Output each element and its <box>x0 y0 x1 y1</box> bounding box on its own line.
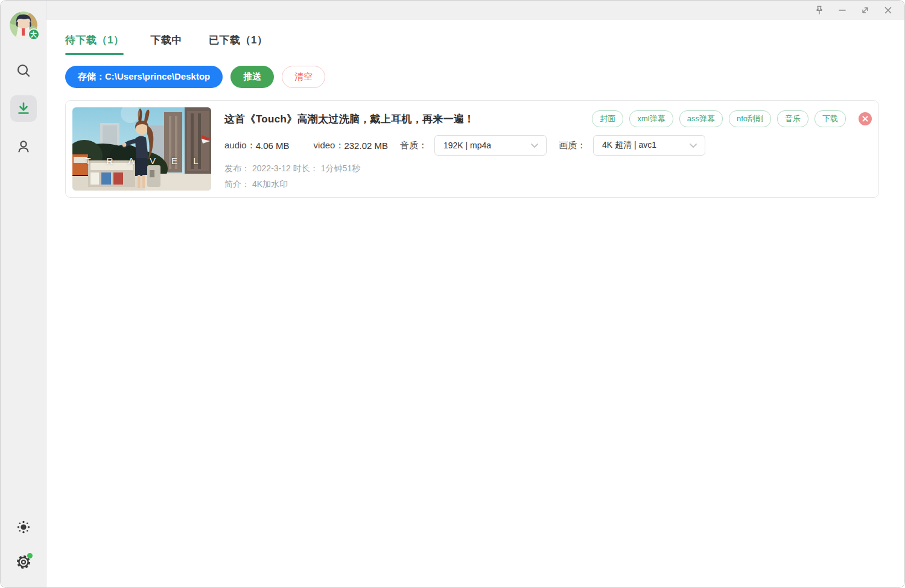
download-icon <box>16 101 31 116</box>
thumbnail-overlay-text: T R A V E L <box>72 156 211 166</box>
tag-xml-danmaku[interactable]: xml弹幕 <box>629 110 673 127</box>
sidebar-item-downloads[interactable] <box>10 95 37 122</box>
titlebar <box>46 1 904 20</box>
theme-toggle[interactable] <box>10 514 37 540</box>
sidebar-item-account[interactable] <box>10 133 37 160</box>
sun-icon <box>16 519 31 535</box>
close-window-button[interactable] <box>877 2 900 19</box>
pin-icon <box>814 5 825 16</box>
chevron-down-icon <box>689 143 697 148</box>
clear-button[interactable]: 清空 <box>282 66 325 88</box>
audio-size-value: 4.06 MB <box>256 141 290 151</box>
pin-window-button[interactable] <box>808 2 831 19</box>
audio-quality-selected: 192K | mp4a <box>443 141 530 150</box>
video-thumbnail[interactable]: T R A V E L <box>72 107 211 191</box>
tab-downloading[interactable]: 下载中 <box>150 33 182 55</box>
publish-label: 发布： <box>224 163 250 174</box>
storage-path-button[interactable]: 存储：C:\Users\prince\Desktop <box>65 66 223 88</box>
download-item-info: 这首《Touch》高潮太过洗脑，戴上耳机，再来一遍！ 封面 xml弹幕 ass弹… <box>224 107 872 191</box>
publish-info-row: 发布： 2022-3-12 时长： 1分钟51秒 <box>224 163 872 174</box>
main-content: 待下载（1） 下载中 已下载（1） 存储：C:\Users\prince\Des… <box>46 20 904 587</box>
intro-row: 简介： 4K加水印 <box>224 179 872 190</box>
video-quality-select[interactable]: 4K 超清 | avc1 <box>593 135 705 156</box>
remove-item-button[interactable] <box>859 112 872 125</box>
video-quality-selected: 4K 超清 | avc1 <box>602 140 689 151</box>
chevron-down-icon <box>530 143 539 148</box>
push-button[interactable]: 推送 <box>230 66 274 88</box>
duration-value: 1分钟51秒 <box>321 163 360 174</box>
video-quality-label: 画质： <box>559 140 586 151</box>
tag-nfo-scrape[interactable]: nfo刮削 <box>729 110 771 127</box>
publish-date: 2022-3-12 <box>252 163 291 174</box>
maximize-icon <box>860 5 871 16</box>
duration-label: 时长： <box>293 163 319 174</box>
search-icon <box>16 63 31 78</box>
intro-value: 4K加水印 <box>252 179 288 190</box>
tag-cover[interactable]: 封面 <box>592 110 623 127</box>
video-size-label: video： <box>314 140 345 151</box>
audio-quality-label: 音质： <box>400 140 427 151</box>
tab-downloaded[interactable]: 已下载（1） <box>209 33 267 55</box>
sidebar: 大 <box>1 1 46 587</box>
maximize-button[interactable] <box>854 2 877 19</box>
toolbar: 存储：C:\Users\prince\Desktop 推送 清空 <box>65 66 879 88</box>
video-title: 这首《Touch》高潮太过洗脑，戴上耳机，再来一遍！ <box>224 112 475 126</box>
close-icon <box>862 115 869 122</box>
settings-button[interactable] <box>10 549 37 575</box>
sidebar-item-search[interactable] <box>10 57 37 84</box>
audio-quality-select[interactable]: 192K | mp4a <box>434 135 547 156</box>
settings-notification-dot <box>27 553 33 558</box>
tag-ass-danmaku[interactable]: ass弹幕 <box>679 110 723 127</box>
thumbnail-image <box>72 107 211 191</box>
user-icon <box>16 139 31 154</box>
download-item-card: T R A V E L 这首《Touch》高潮太过洗脑，戴上耳机，再来一遍！ 封… <box>65 100 879 198</box>
close-icon <box>883 5 894 16</box>
app-window: 大 <box>0 0 905 588</box>
avatar-badge: 大 <box>28 28 40 40</box>
audio-size-label: audio： <box>224 140 256 151</box>
minimize-icon <box>837 5 848 16</box>
user-avatar[interactable]: 大 <box>10 11 37 39</box>
option-tags: 封面 xml弹幕 ass弹幕 nfo刮削 音乐 下载 <box>592 110 846 127</box>
tag-download[interactable]: 下载 <box>815 110 846 127</box>
media-info-row: audio： 4.06 MB video： 232.02 MB 音质： 192K… <box>224 135 872 156</box>
video-size-value: 232.02 MB <box>344 141 388 151</box>
minimize-button[interactable] <box>831 2 854 19</box>
tab-bar: 待下载（1） 下载中 已下载（1） <box>65 33 879 55</box>
intro-label: 简介： <box>224 179 250 190</box>
title-row: 这首《Touch》高潮太过洗脑，戴上耳机，再来一遍！ 封面 xml弹幕 ass弹… <box>224 110 872 127</box>
tag-music[interactable]: 音乐 <box>777 110 808 127</box>
tab-pending-downloads[interactable]: 待下载（1） <box>65 33 124 55</box>
